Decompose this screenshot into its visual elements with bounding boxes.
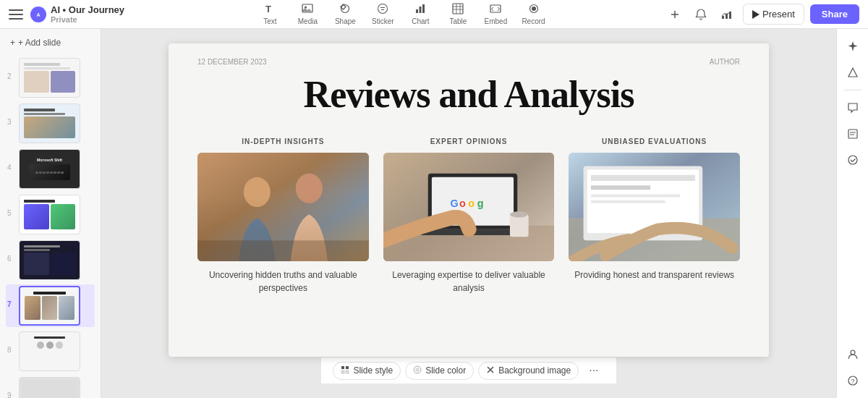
slide-title: Reviews and Analysis bbox=[197, 73, 740, 116]
slide-thumb-5[interactable]: 5 bbox=[6, 193, 95, 236]
slide-thumb-6[interactable]: 6 bbox=[6, 239, 95, 281]
col-2-desc: Leveraging expertise to deliver valuable… bbox=[383, 268, 555, 295]
chart-icon bbox=[414, 3, 426, 16]
more-options-button[interactable]: ··· bbox=[583, 361, 604, 380]
col-3-label: UNBIASED EVALUATIONS bbox=[602, 137, 707, 145]
svg-rect-46 bbox=[591, 175, 695, 181]
svg-rect-7 bbox=[416, 9, 418, 13]
slide-thumb-2[interactable]: 2 bbox=[6, 56, 95, 99]
col-1-image bbox=[197, 153, 369, 261]
add-icon: + bbox=[10, 38, 15, 48]
tool-text-label: Text bbox=[263, 17, 276, 25]
tool-record[interactable]: Record bbox=[516, 0, 550, 28]
svg-rect-20 bbox=[722, 16, 724, 19]
rp-sparkle-button[interactable] bbox=[841, 35, 864, 58]
column-1: IN-DEPTH INSIGHTS bbox=[197, 137, 369, 295]
slide-preview-7 bbox=[19, 286, 80, 326]
slide-num-8: 8 bbox=[7, 346, 14, 354]
present-label: Present bbox=[762, 9, 795, 20]
analytics-button[interactable] bbox=[717, 4, 737, 25]
toolbar-right: Present Share bbox=[665, 4, 859, 25]
share-button[interactable]: Share bbox=[810, 4, 859, 24]
tool-sticker[interactable]: Sticker bbox=[365, 0, 400, 28]
slide-color-icon bbox=[413, 365, 422, 376]
svg-rect-8 bbox=[420, 7, 422, 13]
notification-button[interactable] bbox=[691, 4, 711, 25]
svg-rect-9 bbox=[422, 4, 425, 13]
rp-notes-button[interactable] bbox=[841, 122, 864, 145]
slide-preview-9 bbox=[19, 377, 80, 398]
tool-chart[interactable]: Chart bbox=[403, 0, 438, 28]
text-icon: T bbox=[264, 3, 276, 16]
svg-point-41 bbox=[510, 211, 528, 217]
rp-shapes-button[interactable] bbox=[841, 61, 864, 84]
svg-rect-27 bbox=[197, 153, 369, 261]
svg-marker-58 bbox=[848, 68, 857, 77]
col-2-label: EXPERT OPINIONS bbox=[430, 137, 508, 145]
svg-point-62 bbox=[848, 156, 857, 164]
slide-canvas[interactable]: 12 DECEMBER 2023 AUTHOR Reviews and Anal… bbox=[169, 43, 769, 357]
background-image-label: Background image bbox=[498, 365, 571, 376]
svg-point-63 bbox=[851, 350, 855, 355]
slide-thumb-9[interactable]: 9 bbox=[6, 376, 95, 398]
slides-panel: + + Add slide 2 bbox=[0, 29, 101, 398]
rp-profile-button[interactable] bbox=[841, 343, 864, 366]
slide-preview-6 bbox=[19, 240, 80, 280]
main-toolbar: A AI • Our Journey Private T Text Media bbox=[0, 0, 868, 29]
col-3-desc: Providing honest and transparent reviews bbox=[574, 268, 734, 281]
svg-rect-40 bbox=[510, 214, 529, 237]
rp-divider-1 bbox=[844, 90, 861, 90]
tool-sticker-label: Sticker bbox=[372, 17, 394, 25]
shape-icon bbox=[339, 3, 351, 16]
add-slide-label: + Add slide bbox=[18, 38, 61, 48]
col-1-label: IN-DEPTH INSIGHTS bbox=[242, 137, 324, 145]
tool-text[interactable]: T Text bbox=[252, 0, 287, 28]
canvas-area: 12 DECEMBER 2023 AUTHOR Reviews and Anal… bbox=[101, 29, 836, 398]
present-button[interactable]: Present bbox=[743, 4, 804, 25]
tool-shape-label: Shape bbox=[335, 17, 356, 25]
slide-style-icon bbox=[341, 365, 349, 376]
slide-date: 12 DECEMBER 2023 bbox=[197, 58, 267, 66]
svg-text:?: ? bbox=[851, 378, 854, 385]
bottom-bar: Slide style Slide color Background image… bbox=[321, 357, 616, 384]
svg-text:o: o bbox=[459, 198, 466, 209]
background-image-icon bbox=[486, 365, 495, 376]
tool-embed-label: Embed bbox=[485, 17, 508, 25]
tool-shape[interactable]: Shape bbox=[328, 0, 362, 28]
slide-style-button[interactable]: Slide style bbox=[333, 362, 401, 380]
slide-thumb-7[interactable]: 7 bbox=[6, 284, 95, 327]
tool-media[interactable]: Media bbox=[290, 0, 325, 28]
svg-rect-52 bbox=[341, 371, 344, 373]
add-slide-button[interactable]: + + Add slide bbox=[6, 35, 95, 51]
column-3: UNBIASED EVALUATIONS bbox=[569, 137, 740, 295]
background-image-button[interactable]: Background image bbox=[478, 362, 579, 380]
svg-text:o: o bbox=[468, 198, 475, 209]
rp-help-button[interactable]: ? bbox=[841, 369, 864, 392]
sticker-icon bbox=[377, 3, 388, 16]
svg-point-28 bbox=[244, 177, 271, 207]
toolbar-tools: T Text Media Shape Sticker bbox=[139, 0, 665, 28]
slide-thumb-3[interactable]: 3 bbox=[6, 102, 95, 145]
tool-table[interactable]: Table bbox=[441, 0, 475, 28]
svg-text:G: G bbox=[450, 198, 458, 209]
laptop2-image bbox=[569, 153, 740, 261]
rp-check-button[interactable] bbox=[841, 148, 864, 172]
add-button[interactable] bbox=[665, 4, 685, 25]
slide-preview-5 bbox=[19, 195, 80, 234]
svg-rect-30 bbox=[197, 240, 369, 261]
svg-text:g: g bbox=[477, 198, 483, 209]
slide-num-5: 5 bbox=[7, 209, 14, 217]
tool-table-label: Table bbox=[449, 17, 467, 25]
media-icon bbox=[302, 3, 313, 16]
rp-comment-button[interactable] bbox=[841, 96, 864, 119]
slide-thumb-8[interactable]: 8 bbox=[6, 330, 95, 373]
svg-rect-10 bbox=[453, 4, 463, 14]
menu-button[interactable] bbox=[9, 9, 23, 20]
slide-color-button[interactable]: Slide color bbox=[405, 362, 474, 380]
logo-icon: A bbox=[30, 7, 46, 22]
svg-text:A: A bbox=[36, 12, 40, 17]
slide-num-4: 4 bbox=[7, 164, 14, 172]
tool-embed[interactable]: Embed bbox=[478, 0, 513, 28]
app-subtitle: Private bbox=[51, 15, 124, 24]
slide-thumb-4[interactable]: 4 Microsoft Shift bbox=[6, 148, 95, 190]
